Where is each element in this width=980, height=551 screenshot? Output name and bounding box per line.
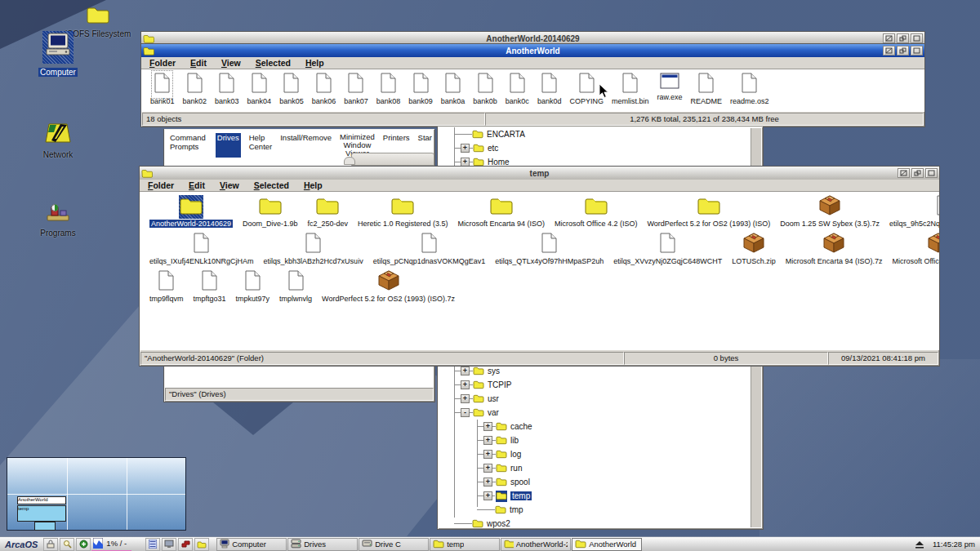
- expand-icon[interactable]: +: [483, 422, 492, 431]
- expand-icon[interactable]: +: [483, 450, 492, 459]
- menu-item-folder[interactable]: Folder: [148, 180, 174, 191]
- pager-mini-window[interactable]: [34, 522, 56, 531]
- expand-icon[interactable]: +: [483, 464, 492, 473]
- tree-item-log[interactable]: +log: [439, 447, 751, 461]
- taskbar-button-drive-c[interactable]: Drive C: [359, 538, 429, 551]
- file-item[interactable]: LOTUSch.zip: [727, 233, 781, 265]
- file-item[interactable]: readme.os2: [726, 73, 773, 105]
- expand-icon[interactable]: +: [461, 367, 470, 375]
- lock-icon[interactable]: [43, 538, 58, 551]
- file-item[interactable]: bank09: [404, 73, 437, 105]
- window-anotherworld[interactable]: AnotherWorld FolderEditViewSelectedHelp …: [140, 43, 925, 127]
- taskbar-button-anotherworld-201[interactable]: AnotherWorld-201: [501, 538, 571, 551]
- file-item[interactable]: tmplwnvlg: [274, 270, 317, 303]
- desktop-icon-network[interactable]: Network: [21, 121, 95, 159]
- file-item[interactable]: Heretic 1.0 Registered (3.5): [353, 195, 453, 228]
- file-item[interactable]: README: [686, 73, 726, 105]
- hide-button[interactable]: [898, 168, 910, 178]
- file-item[interactable]: raw.exe: [653, 73, 686, 101]
- file-item[interactable]: Microsoft Encarta 94 (ISO): [453, 195, 550, 228]
- file-item[interactable]: bank02: [179, 73, 212, 105]
- menu-item-selected[interactable]: Selected: [254, 180, 289, 191]
- maximize-button[interactable]: [925, 168, 938, 178]
- folder-icon-small[interactable]: [194, 538, 209, 551]
- file-item[interactable]: AnotherWorld-20140629: [145, 195, 238, 228]
- tree-item-temp[interactable]: +temp: [439, 489, 751, 503]
- window-list-icon[interactable]: [145, 538, 160, 551]
- arcaos-menu-button[interactable]: ArcaOS: [0, 540, 42, 549]
- file-item[interactable]: Microsoft Office 4.2 (ISO).7z: [887, 233, 939, 265]
- file-item[interactable]: etilqs_kbh3lABzh2Hcd7xUsuiv: [259, 233, 368, 265]
- desktop-icon-programs[interactable]: Programs: [21, 202, 95, 238]
- tree-item-cache[interactable]: +cache: [439, 420, 751, 433]
- tree-item-etc[interactable]: +etc: [439, 141, 751, 155]
- file-item[interactable]: bank07: [340, 73, 372, 105]
- menu-item-help[interactable]: Help: [305, 58, 324, 69]
- file-item[interactable]: etilqs_XVvzyNj0ZGqjC648WCHT: [608, 233, 727, 265]
- file-item[interactable]: COPYING: [565, 73, 608, 105]
- file-item[interactable]: bank03: [211, 73, 243, 105]
- expand-icon[interactable]: +: [461, 394, 470, 403]
- taskbar-button-temp[interactable]: temp: [430, 538, 500, 551]
- file-item[interactable]: tmpkut97y: [231, 270, 275, 303]
- drives-item-install-remove[interactable]: Install/Remove: [280, 133, 332, 158]
- file-item[interactable]: bank0b: [469, 73, 501, 105]
- tree-item-spool[interactable]: +spool: [439, 475, 751, 489]
- file-item[interactable]: Doom_Dive-1.9b: [238, 195, 303, 228]
- file-item[interactable]: fc2_250-dev: [302, 195, 353, 228]
- file-item[interactable]: Microsoft Office 4.2 (ISO): [550, 195, 642, 228]
- menu-item-edit[interactable]: Edit: [190, 58, 207, 69]
- expand-icon[interactable]: +: [483, 491, 492, 500]
- tree-item-var[interactable]: -var: [439, 406, 751, 420]
- maximize-button[interactable]: [911, 46, 923, 56]
- file-item[interactable]: bank08: [372, 73, 405, 105]
- menu-item-view[interactable]: View: [220, 180, 239, 191]
- expand-icon[interactable]: +: [483, 436, 492, 445]
- menu-item-selected[interactable]: Selected: [256, 58, 291, 69]
- file-item[interactable]: bank01: [146, 73, 179, 105]
- minimize-button[interactable]: [911, 168, 924, 178]
- hide-button[interactable]: [883, 33, 895, 43]
- menu-item-view[interactable]: View: [221, 58, 241, 69]
- file-item[interactable]: etilqs_9h5c2Nq6uDk6UAVR9YMp: [884, 195, 939, 228]
- search-icon[interactable]: [60, 538, 74, 551]
- file-item[interactable]: bank05: [275, 73, 308, 105]
- desktop-icon-computer[interactable]: Computer: [21, 31, 95, 78]
- window-temp[interactable]: temp FolderEditViewSelectedHelp AnotherW…: [139, 166, 940, 367]
- file-item[interactable]: Doom 1.25 SW Sybex (3.5).7z: [775, 195, 884, 228]
- file-item[interactable]: tmpftgo31: [189, 270, 231, 303]
- expand-icon[interactable]: +: [483, 478, 492, 487]
- taskbar-button-drives[interactable]: Drives: [287, 538, 358, 551]
- minimize-button[interactable]: [897, 33, 909, 43]
- file-item[interactable]: etilqs_pCNqp1dnasVOKMQgEav1: [368, 233, 491, 265]
- launch-icon[interactable]: [178, 538, 193, 551]
- drives-item-command-prompts[interactable]: Command Prompts: [170, 133, 207, 158]
- titlebar[interactable]: AnotherWorld: [141, 44, 924, 57]
- tree-item-tcpip[interactable]: +TCPIP: [439, 378, 751, 392]
- maximize-button[interactable]: [911, 33, 923, 43]
- menu-item-help[interactable]: Help: [304, 180, 323, 191]
- taskbar-button-computer[interactable]: Computer: [216, 538, 287, 551]
- file-item[interactable]: bank06: [308, 73, 341, 105]
- expand-icon[interactable]: +: [461, 380, 470, 389]
- file-item[interactable]: WordPerfect 5.2 for OS2 (1993) (ISO).7z: [317, 270, 460, 303]
- desktop-icon-small[interactable]: [162, 538, 176, 551]
- file-item[interactable]: Microsoft Encarta 94 (ISO).7z: [781, 233, 888, 265]
- hide-button[interactable]: [883, 46, 895, 56]
- tree-item-run[interactable]: +run: [439, 461, 751, 475]
- file-item[interactable]: bank04: [243, 73, 276, 105]
- tree-item-lib[interactable]: +lib: [439, 433, 751, 447]
- file-item[interactable]: etilqs_IXufj4ENLk10NRgCjHAm: [145, 233, 259, 265]
- tree-item-tmp[interactable]: tmp: [439, 503, 751, 517]
- taskbar-button-anotherworld[interactable]: AnotherWorld: [572, 538, 642, 551]
- menu-item-edit[interactable]: Edit: [189, 180, 205, 191]
- drives-item-drives[interactable]: Drives: [216, 133, 241, 158]
- pager-mini-window[interactable]: temp: [17, 505, 66, 522]
- eject-icon[interactable]: [912, 538, 927, 551]
- file-item[interactable]: bank0a: [437, 73, 470, 105]
- collapse-icon[interactable]: -: [461, 408, 470, 417]
- cpu-meter-widget[interactable]: 1% / -: [91, 537, 131, 551]
- menu-item-folder[interactable]: Folder: [149, 58, 176, 69]
- file-item[interactable]: memlist.bin: [608, 73, 653, 105]
- file-item[interactable]: WordPerfect 5.2 for OS2 (1993) (ISO): [642, 195, 775, 228]
